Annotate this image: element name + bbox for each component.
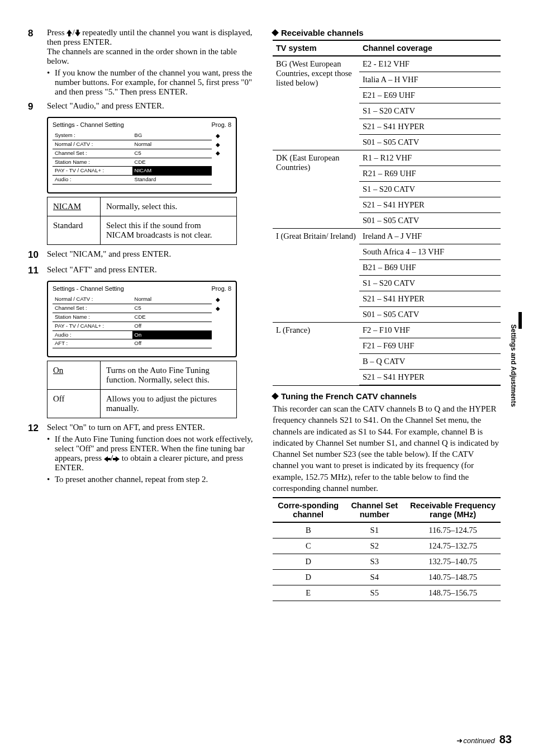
osd-value: CDE	[132, 158, 212, 167]
table-row: ES5148.75–156.75	[273, 585, 501, 601]
tv-system-cell: DK (East European Countries)	[273, 150, 359, 229]
th-receivable-frequency: Receivable Frequency range (MHz)	[405, 498, 501, 522]
osd-row: PAY - TV / CANAL+ :NICAM	[53, 167, 224, 176]
frequency-range: 132.75–140.75	[405, 554, 501, 570]
step-9: 9 Select "Audio," and press ENTER.	[28, 101, 256, 112]
section-receivable-channels: Receivable channels	[273, 28, 501, 37]
osd-arrow	[212, 339, 224, 348]
page-number: 83	[499, 733, 512, 746]
bullet-text: To preset another channel, repeat from s…	[55, 475, 256, 484]
frequency-range: 140.75–148.75	[405, 570, 501, 585]
osd-arrow	[212, 322, 224, 330]
svg-marker-3	[113, 456, 120, 462]
coverage-cell: S01 – S05 CATV	[359, 213, 501, 229]
option-row: NICAMNormally, select this.	[47, 197, 237, 216]
th-channel-coverage: Channel coverage	[359, 40, 501, 56]
osd-value: NICAM	[132, 167, 212, 176]
osd-row: Channel Set :C5◆	[53, 304, 224, 313]
th-channel-set-number: Channel Set number	[344, 498, 405, 522]
th-tv-system: TV system	[273, 40, 359, 56]
diamond-icon	[272, 393, 279, 400]
option-table-audio: NICAMNormally, select this.StandardSelec…	[47, 197, 237, 245]
option-name: NICAM	[47, 197, 101, 216]
osd-row: Normal / CATV :Normal◆	[53, 295, 224, 304]
osd-screenshot-audio: Settings - Channel Setting Prog. 8 Syste…	[47, 117, 237, 193]
step-text: Select "Audio," and press ENTER.	[47, 101, 256, 112]
osd-arrow	[212, 330, 224, 339]
option-name: On	[47, 361, 101, 390]
right-column: Receivable channels TV system Channel co…	[273, 28, 511, 601]
step-number: 12	[28, 423, 47, 484]
channel-set-number: S2	[344, 538, 405, 554]
coverage-cell: F21 – F69 UHF	[359, 338, 501, 354]
arrow-left-icon	[104, 456, 111, 462]
option-desc: Turns on the Auto Fine Tuning function. …	[101, 361, 237, 390]
table-row: BS1116.75–124.75	[273, 522, 501, 538]
svg-marker-2	[104, 456, 111, 462]
osd-key: Station Name :	[53, 158, 132, 167]
table-row: I (Great Britain/ Ireland)Ireland A – J …	[273, 229, 501, 244]
osd-value: Normal	[132, 140, 212, 149]
bullet-text: If you know the number of the channel yo…	[55, 68, 256, 97]
osd-row: Audio :Standard	[53, 176, 224, 185]
svg-marker-0	[66, 30, 72, 36]
osd-value: Off	[132, 322, 212, 330]
corresponding-channel: D	[273, 554, 344, 570]
step-number: 9	[28, 101, 47, 112]
coverage-cell: Italia A – H VHF	[359, 72, 501, 88]
option-name: Off	[47, 390, 101, 418]
step-number: 10	[28, 249, 47, 261]
step-text: Select "On" to turn on AFT, and press EN…	[47, 423, 205, 432]
left-column: 8 Press / repeatedly until the channel y…	[28, 28, 256, 601]
osd-row: Station Name :CDE	[53, 313, 224, 322]
osd-row: PAY - TV / CANAL+ :Off	[53, 322, 224, 330]
osd-arrow	[212, 176, 224, 185]
frequency-range: 148.75–156.75	[405, 585, 501, 601]
osd-arrow: ◆	[212, 304, 224, 313]
channel-set-number: S1	[344, 522, 405, 538]
osd-value: Off	[132, 339, 212, 348]
corresponding-channel: C	[273, 538, 344, 554]
osd-row: Audio :On	[53, 330, 224, 339]
table-row: L (France)F2 – F10 VHF	[273, 323, 501, 338]
osd-key: Audio :	[53, 176, 132, 185]
step-number: 11	[28, 265, 47, 276]
channel-set-number: S5	[344, 585, 405, 601]
step-10: 10 Select "NICAM," and press ENTER.	[28, 249, 256, 261]
arrow-up-icon	[66, 30, 72, 36]
tv-system-cell: I (Great Britain/ Ireland)	[273, 229, 359, 323]
coverage-cell: Ireland A – J VHF	[359, 229, 501, 244]
option-row: StandardSelect this if the sound from NI…	[47, 216, 237, 245]
osd-arrow	[212, 158, 224, 167]
page-footer: continued 83	[456, 733, 512, 746]
receivable-channels-table: TV system Channel coverage BG (West Euro…	[273, 40, 501, 386]
osd-arrow: ◆	[212, 295, 224, 304]
svg-marker-1	[75, 30, 80, 36]
osd-screenshot-aft: Settings - Channel Setting Prog. 8 Norma…	[47, 281, 237, 357]
osd-key: Audio :	[53, 330, 132, 339]
coverage-cell: S21 – S41 HYPER	[359, 197, 501, 213]
section-paragraph: This recorder can scan the CATV channels…	[273, 403, 501, 494]
frequency-range: 116.75–124.75	[405, 522, 501, 538]
osd-arrow: ◆	[212, 140, 224, 149]
osd-arrow	[212, 313, 224, 322]
section-title: Receivable channels	[281, 28, 364, 37]
step-11: 11 Select "AFT" and press ENTER.	[28, 265, 256, 276]
coverage-cell: S21 – S41 HYPER	[359, 291, 501, 307]
coverage-cell: S1 – S20 CATV	[359, 182, 501, 197]
step-text: Select "NICAM," and press ENTER.	[47, 249, 256, 261]
step-number: 8	[28, 28, 47, 97]
coverage-cell: S1 – S20 CATV	[359, 276, 501, 291]
osd-value: CDE	[132, 313, 212, 322]
osd-row: System :BG◆	[53, 131, 224, 140]
osd-title: Settings - Channel Setting	[53, 285, 124, 292]
osd-arrow: ◆	[212, 131, 224, 140]
step-12: 12 Select "On" to turn on AFT, and press…	[28, 423, 256, 484]
thumb-index-mark	[518, 312, 522, 329]
coverage-cell: S01 – S05 CATV	[359, 135, 501, 150]
osd-value: Normal	[132, 295, 212, 304]
osd-key: Normal / CATV :	[53, 140, 132, 149]
corresponding-channel: E	[273, 585, 344, 601]
option-desc: Select this if the sound from NICAM broa…	[101, 216, 237, 245]
osd-arrow: ◆	[212, 149, 224, 158]
